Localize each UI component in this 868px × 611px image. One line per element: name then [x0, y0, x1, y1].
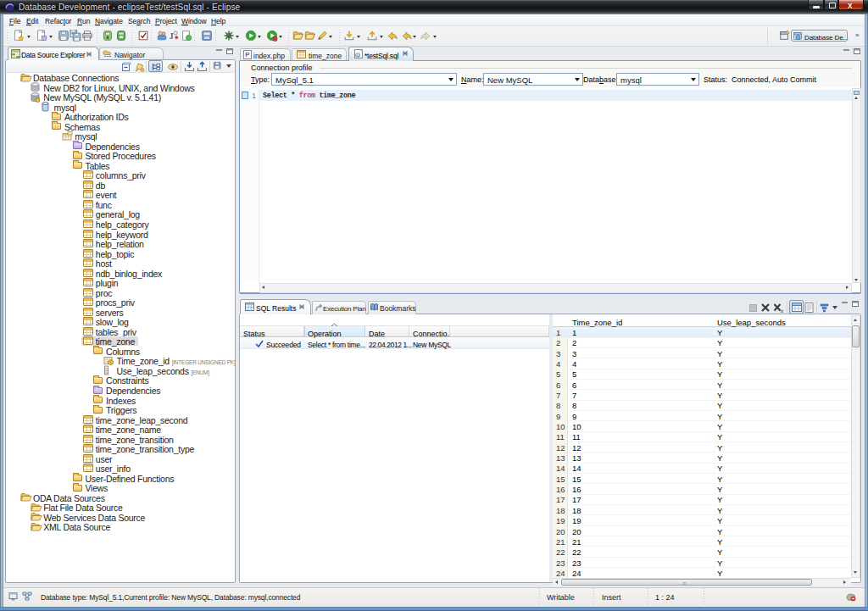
svg-text:P: P: [245, 51, 250, 58]
svg-text:J: J: [170, 31, 174, 41]
